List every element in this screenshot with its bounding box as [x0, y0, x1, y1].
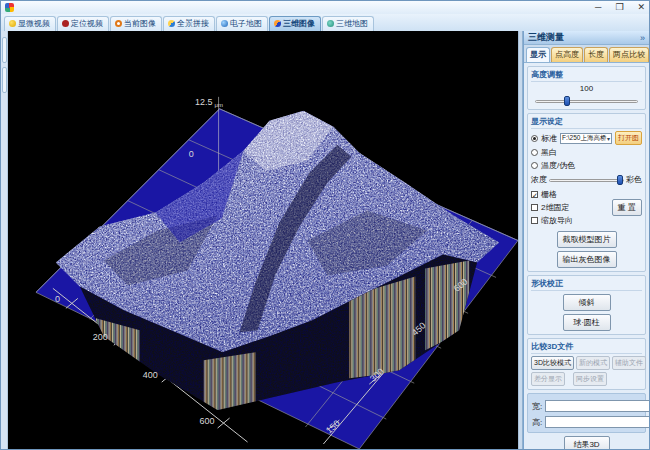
- left-dock-tab[interactable]: [2, 37, 7, 63]
- tab-panorama[interactable]: 全景拼接: [163, 16, 215, 31]
- 3d-surface-view[interactable]: 12.5 μm 0 0 200 400 600 600 450 300 150: [8, 31, 518, 449]
- open-image-button[interactable]: 打开图: [615, 131, 642, 145]
- terrain-icon: [327, 20, 334, 27]
- z-max-label: 12.5: [195, 97, 212, 107]
- tab-label: 三维地图: [336, 18, 368, 29]
- group-title: 形状校正: [531, 278, 642, 291]
- diff-display-button[interactable]: 差分显示: [531, 372, 565, 386]
- aux-file-button[interactable]: 辅助文件: [612, 356, 646, 370]
- slider-thumb[interactable]: [564, 96, 570, 106]
- checkbox-label: 2维固定: [541, 202, 569, 213]
- ptab-two-point[interactable]: 两点比较: [609, 47, 649, 62]
- radio-thermal[interactable]: [531, 162, 538, 169]
- size-fields-box: 宽: 高:: [527, 393, 646, 433]
- height-adjust-group: 高度调整 100: [527, 66, 646, 110]
- tab-position-video[interactable]: 定位视频: [57, 16, 109, 31]
- group-title: 比较3D文件: [531, 341, 642, 354]
- panorama-icon: [168, 20, 175, 27]
- height-field[interactable]: [545, 416, 649, 428]
- left-dock-strip: [1, 31, 8, 449]
- 3d-scene: 12.5 μm 0 0 200 400 600 600 450 300 150: [8, 31, 518, 449]
- texture-file-combo[interactable]: F:\250上海高桥 1 ▾: [560, 133, 612, 144]
- map-icon: [221, 20, 228, 27]
- minimize-button[interactable]: ─: [595, 1, 601, 14]
- ptab-display[interactable]: 显示: [526, 47, 550, 62]
- saturation-label-left: 浓度: [531, 174, 547, 185]
- measure-panel: 三维测量 » 显示 点高度 长度 两点比较 体积 高度调整: [523, 31, 649, 449]
- tab-label: 定位视频: [71, 18, 103, 29]
- tab-label: 显微视频: [18, 18, 50, 29]
- compare-mode-button[interactable]: 3D比较模式: [531, 356, 574, 370]
- app-icon: [5, 3, 14, 12]
- ptab-length[interactable]: 长度: [584, 47, 608, 62]
- reset-button[interactable]: 重 置: [612, 199, 642, 216]
- display-settings-group: 显示设定 标准 F:\250上海高桥 1 ▾ 打开图: [527, 113, 646, 272]
- main-tab-strip: 显微视频 定位视频 当前图像 全景拼接 电子地图 三维图像 三维地图: [1, 14, 649, 31]
- tab-emap[interactable]: 电子地图: [216, 16, 268, 31]
- shape-correction-group: 形状校正 倾斜 球·圆柱: [527, 275, 646, 335]
- width-field[interactable]: [545, 400, 649, 412]
- radio-standard[interactable]: [531, 135, 538, 142]
- group-title: 高度调整: [531, 69, 642, 82]
- 2d-fixed-checkbox[interactable]: [531, 204, 538, 211]
- x-tick: 600: [200, 416, 215, 426]
- x-tick: 0: [55, 294, 60, 304]
- radio-bw[interactable]: [531, 149, 538, 156]
- saturation-label-right: 彩色: [626, 174, 642, 185]
- camera-icon: [62, 20, 69, 27]
- slider-thumb[interactable]: [617, 175, 623, 185]
- new-mode-button[interactable]: 新的模式: [576, 356, 610, 370]
- tilt-correction-button[interactable]: 倾斜: [563, 294, 611, 311]
- height-label: 高:: [532, 417, 542, 428]
- chevron-down-icon: ▾: [607, 135, 610, 142]
- radio-label: 标准: [541, 133, 557, 144]
- tab-label: 三维图像: [283, 18, 315, 29]
- tab-current-image[interactable]: 当前图像: [110, 16, 162, 31]
- panel-content: 高度调整 100 显示设定 标准: [524, 62, 649, 449]
- result-3d-button[interactable]: 结果3D: [564, 436, 610, 449]
- compare-3d-group: 比较3D文件 3D比较模式 新的模式 辅助文件 差分显示 同步设置: [527, 338, 646, 390]
- cube-icon: [274, 20, 281, 27]
- output-gray-image-button[interactable]: 输出灰色图像: [557, 251, 617, 268]
- sphere-cylinder-button[interactable]: 球·圆柱: [563, 314, 611, 331]
- radio-label: 温度/伪色: [541, 160, 575, 171]
- panel-tab-strip: 显示 点高度 长度 两点比较 体积: [524, 45, 649, 62]
- height-value: 100: [531, 84, 642, 93]
- panel-title: 三维测量: [528, 31, 564, 44]
- tab-3d-image[interactable]: 三维图像: [269, 16, 321, 31]
- maximize-button[interactable]: ❒: [615, 1, 623, 14]
- panel-header: 三维测量 »: [524, 31, 649, 45]
- z-unit-label: μm: [215, 102, 223, 108]
- checkbox-label: 缩放导向: [541, 215, 573, 226]
- video-icon: [9, 20, 16, 27]
- radio-label: 黑白: [541, 147, 557, 158]
- group-title: 显示设定: [531, 116, 642, 129]
- combo-value: F:\250上海高桥 1: [562, 134, 607, 143]
- app-window: ─ ❒ ✕ 显微视频 定位视频 当前图像 全景拼接 电子地图 三维图像 三维地图: [0, 0, 650, 450]
- grid-checkbox[interactable]: ✓: [531, 191, 538, 198]
- zoom-guide-checkbox[interactable]: [531, 217, 538, 224]
- image-icon: [115, 20, 122, 27]
- checkbox-label: 栅格: [541, 189, 557, 200]
- tab-label: 电子地图: [230, 18, 262, 29]
- tab-label: 当前图像: [124, 18, 156, 29]
- ptab-point-height[interactable]: 点高度: [551, 47, 583, 62]
- close-button[interactable]: ✕: [637, 1, 645, 14]
- z-zero-label: 0: [189, 149, 194, 159]
- left-dock-tab[interactable]: [2, 67, 7, 93]
- x-tick: 400: [143, 370, 158, 380]
- collapse-chevron-icon[interactable]: »: [640, 33, 645, 43]
- height-slider[interactable]: [535, 96, 638, 106]
- capture-model-image-button[interactable]: 截取模型图片: [557, 231, 617, 248]
- title-bar: ─ ❒ ✕: [1, 1, 649, 14]
- tab-3d-map[interactable]: 三维地图: [322, 16, 374, 31]
- width-label: 宽:: [532, 401, 542, 412]
- saturation-slider[interactable]: [549, 175, 624, 185]
- tab-micro-video[interactable]: 显微视频: [4, 16, 56, 31]
- tab-label: 全景拼接: [177, 18, 209, 29]
- x-tick: 200: [93, 332, 108, 342]
- sync-settings-button[interactable]: 同步设置: [573, 372, 607, 386]
